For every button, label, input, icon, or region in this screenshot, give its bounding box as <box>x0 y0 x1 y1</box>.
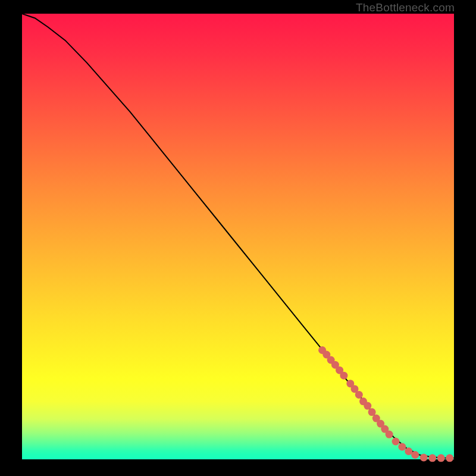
data-marker <box>428 454 436 462</box>
chart-overlay <box>22 14 454 459</box>
data-marker <box>368 408 376 416</box>
data-marker <box>364 402 371 410</box>
data-marker <box>392 438 400 446</box>
data-marker <box>340 372 347 380</box>
curve-line <box>22 14 454 458</box>
data-marker <box>398 443 406 451</box>
data-marker <box>420 454 428 462</box>
attribution-text: TheBottleneck.com <box>356 1 455 14</box>
marker-group <box>318 346 453 462</box>
data-marker <box>437 454 445 462</box>
figure-root: TheBottleneck.com <box>0 0 476 476</box>
data-marker <box>411 451 419 459</box>
data-marker <box>405 447 412 455</box>
data-marker <box>355 391 363 399</box>
data-marker <box>446 454 453 462</box>
data-marker <box>386 431 393 439</box>
